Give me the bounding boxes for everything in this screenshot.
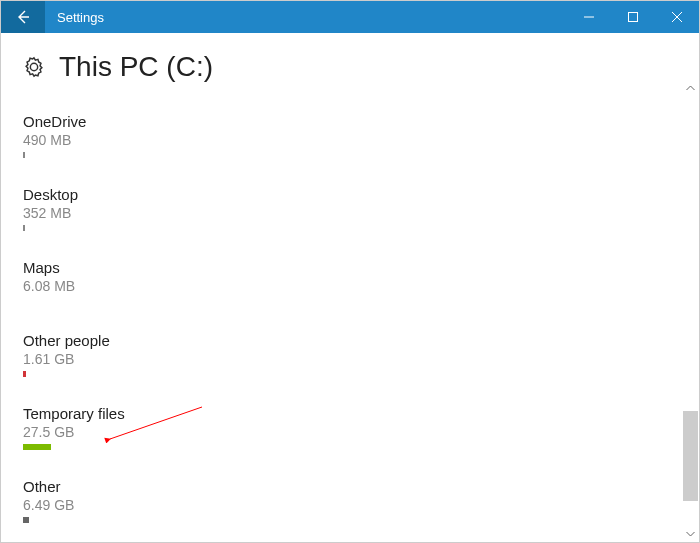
storage-item-bar	[23, 444, 51, 450]
window-title: Settings	[57, 10, 104, 25]
scrollbar[interactable]	[683, 81, 698, 541]
minimize-icon	[584, 12, 594, 22]
storage-item-size: 352 MB	[23, 205, 677, 221]
storage-item[interactable]: Other6.49 GB	[23, 478, 677, 523]
storage-item-bar	[23, 371, 26, 377]
storage-item-bar	[23, 517, 29, 523]
storage-item-bar	[23, 152, 25, 158]
titlebar: Settings	[1, 1, 699, 33]
close-icon	[672, 12, 682, 22]
close-button[interactable]	[655, 1, 699, 33]
storage-item-name: Maps	[23, 259, 677, 276]
window-controls	[567, 1, 699, 33]
storage-item-size: 6.08 MB	[23, 278, 677, 294]
storage-item-name: OneDrive	[23, 113, 677, 130]
chevron-down-icon	[686, 529, 695, 538]
svg-rect-1	[629, 13, 638, 22]
page-title: This PC (C:)	[59, 51, 213, 83]
storage-item[interactable]: Desktop352 MB	[23, 186, 677, 231]
storage-item-name: Desktop	[23, 186, 677, 203]
scroll-thumb[interactable]	[683, 411, 698, 501]
storage-item-size: 6.49 GB	[23, 497, 677, 513]
gear-icon	[23, 56, 45, 78]
scroll-down-button[interactable]	[683, 526, 698, 541]
maximize-icon	[628, 12, 638, 22]
page-header: This PC (C:)	[23, 51, 677, 83]
storage-item-size: 490 MB	[23, 132, 677, 148]
scroll-up-button[interactable]	[683, 81, 698, 96]
storage-item-bar	[23, 225, 25, 231]
chevron-up-icon	[686, 84, 695, 93]
storage-item-size: 1.61 GB	[23, 351, 677, 367]
storage-item[interactable]: Temporary files27.5 GB	[23, 405, 677, 450]
content-area: This PC (C:) OneDrive490 MBDesktop352 MB…	[1, 33, 699, 542]
storage-item-name: Other people	[23, 332, 677, 349]
storage-item-size: 27.5 GB	[23, 424, 677, 440]
back-arrow-icon	[15, 9, 31, 25]
storage-item-name: Temporary files	[23, 405, 677, 422]
storage-item[interactable]: Maps6.08 MB	[23, 259, 677, 304]
storage-item[interactable]: OneDrive490 MB	[23, 113, 677, 158]
maximize-button[interactable]	[611, 1, 655, 33]
back-button[interactable]	[1, 1, 45, 33]
storage-item-name: Other	[23, 478, 677, 495]
storage-item[interactable]: Other people1.61 GB	[23, 332, 677, 377]
minimize-button[interactable]	[567, 1, 611, 33]
